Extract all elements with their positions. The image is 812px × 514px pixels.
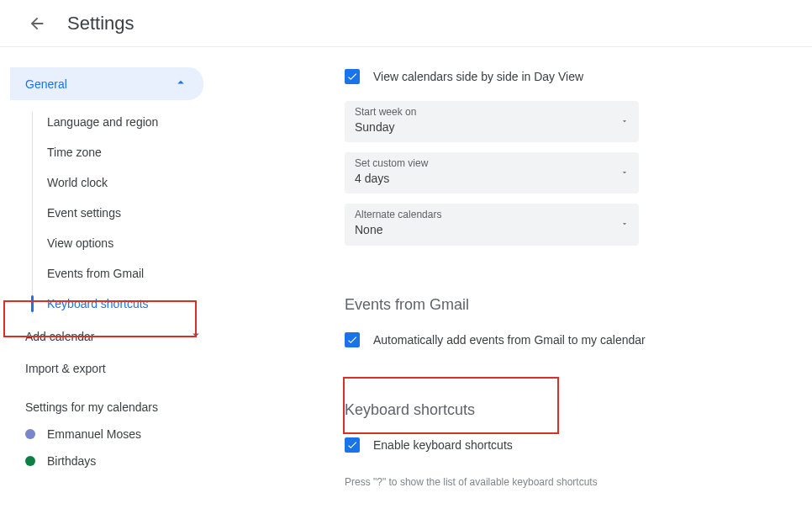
alt-calendars-value: None [355, 222, 441, 239]
custom-view-select[interactable]: Set custom view 4 days [345, 152, 639, 193]
nav-general-label: General [25, 77, 67, 91]
custom-view-label: Set custom view [355, 157, 428, 171]
events-gmail-title: Events from Gmail [345, 296, 778, 314]
main-content: View calendars side by side in Day View … [219, 47, 812, 514]
calendar-item-birthdays[interactable]: Birthdays [10, 448, 219, 474]
keyboard-shortcuts-help: Press "?" to show the list of available … [345, 476, 778, 488]
dropdown-arrow-icon [620, 217, 629, 231]
dropdown-arrow-icon [620, 166, 629, 179]
view-side-by-side-checkbox[interactable] [345, 69, 360, 84]
nav-general[interactable]: General [10, 67, 203, 100]
custom-view-value: 4 days [355, 171, 428, 188]
my-calendars-heading: Settings for my calendars [10, 384, 219, 421]
keyboard-shortcuts-row: Enable keyboard shortcuts [345, 431, 778, 459]
keyboard-shortcuts-label: Enable keyboard shortcuts [373, 438, 513, 452]
start-week-value: Sunday [355, 119, 416, 136]
nav-general-sublist: Language and region Time zone World cloc… [32, 107, 219, 319]
sidebar-item-keyboard-shortcuts[interactable]: Keyboard shortcuts [32, 289, 219, 319]
sidebar-item-language[interactable]: Language and region [32, 107, 219, 137]
nav-add-calendar[interactable]: Add calendar [10, 319, 219, 353]
view-side-by-side-row: View calendars side by side in Day View [345, 62, 778, 91]
calendar-item-label: Emmanuel Moses [47, 427, 141, 441]
chevron-up-icon [173, 75, 188, 93]
app-header: Settings [0, 0, 812, 47]
nav-import-export-label: Import & export [25, 362, 106, 375]
alt-calendars-select[interactable]: Alternate calendars None [345, 204, 639, 245]
sidebar: General Language and region Time zone Wo… [0, 47, 219, 514]
start-week-select[interactable]: Start week on Sunday [345, 101, 639, 142]
nav-add-calendar-label: Add calendar [25, 330, 95, 343]
sidebar-item-timezone[interactable]: Time zone [32, 137, 219, 167]
dropdown-arrow-icon [620, 114, 629, 128]
page-title: Settings [67, 13, 134, 34]
calendar-item-emmanuel[interactable]: Emmanuel Moses [10, 421, 219, 448]
chevron-down-icon [188, 327, 203, 345]
calendar-item-label: Birthdays [47, 454, 96, 468]
events-gmail-row: Automatically add events from Gmail to m… [345, 326, 778, 354]
view-side-by-side-label: View calendars side by side in Day View [373, 70, 583, 83]
events-gmail-checkbox[interactable] [345, 332, 360, 347]
keyboard-shortcuts-checkbox[interactable] [345, 437, 360, 453]
back-arrow-icon[interactable] [27, 13, 47, 34]
start-week-label: Start week on [355, 106, 416, 119]
alt-calendars-label: Alternate calendars [355, 209, 441, 222]
sidebar-item-viewoptions[interactable]: View options [32, 228, 219, 258]
sidebar-item-eventsgmail[interactable]: Events from Gmail [32, 258, 219, 289]
sidebar-item-eventsettings[interactable]: Event settings [32, 198, 219, 228]
events-gmail-label: Automatically add events from Gmail to m… [373, 333, 646, 347]
calendar-color-dot [25, 456, 35, 466]
keyboard-shortcuts-title: Keyboard shortcuts [345, 401, 778, 419]
sidebar-item-worldclock[interactable]: World clock [32, 167, 219, 198]
calendar-color-dot [25, 429, 35, 439]
nav-import-export[interactable]: Import & export [10, 353, 219, 384]
